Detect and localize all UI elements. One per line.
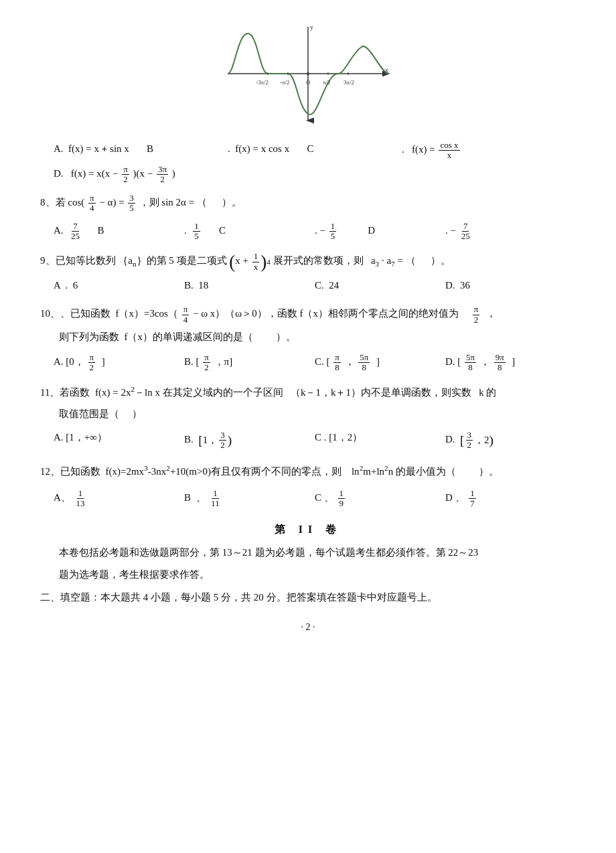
q12-text: 12、已知函数 f(x)=2mx3-3nx2+10(m>0)有且仅有两个不同的零…	[40, 462, 576, 481]
q9-text: 9、已知等比数列 ｛an｝的第 5 项是二项式 ( x + 1 x ) 4 展开…	[40, 252, 576, 272]
option-10a: A. [0， π 2 ]	[54, 352, 184, 374]
section2-title: 第 II 卷	[40, 520, 576, 538]
option-12d: D 、 1 7	[445, 487, 576, 510]
option-9a: A . 6	[54, 276, 184, 296]
question-12: 12、已知函数 f(x)=2mx3-3nx2+10(m>0)有且仅有两个不同的零…	[40, 462, 576, 510]
option-12a: A、 1 13	[54, 487, 184, 510]
option-9d: D. 36	[445, 276, 576, 296]
q11-text2: 取值范围是（ ）	[59, 406, 576, 423]
q10-text2: 则下列为函数 f（x）的单调递减区间的是（ ）。	[59, 329, 576, 346]
q8-text: 8、若 cos( π 4 − α) = 3 5 ，则 sin 2α = （ ）。	[40, 193, 576, 214]
option-10d: D. [ 5π 8 ， 9π 8 ]	[445, 352, 576, 374]
question-8: 8、若 cos( π 4 − α) = 3 5 ，则 sin 2α = （ ）。…	[40, 193, 576, 242]
svg-text:x: x	[385, 66, 388, 74]
svg-text:O: O	[306, 79, 311, 86]
svg-text:-3π/2: -3π/2	[256, 79, 268, 86]
q11-text: 11、若函数 f(x) = 2x2－ln x 在其定义域内的一个子区间 （k－1…	[40, 383, 576, 402]
fill-in-blank-title: 二、填空题：本大题共 4 小题，每小题 5 分，共 20 分。把答案填在答题卡中…	[40, 589, 576, 607]
question-9: 9、已知等比数列 ｛an｝的第 5 项是二项式 ( x + 1 x ) 4 展开…	[40, 252, 576, 295]
svg-point-13	[307, 72, 309, 75]
option-10b: B. [ π 2 ，π]	[184, 352, 315, 374]
option-11c: C . [1，2）	[315, 428, 445, 453]
q10-text: 10、、已知函数 f（x）=3cos（ π 4 − ω x）（ω＞0），函数 f…	[40, 305, 576, 325]
option-11d: D. [ 3 2 ，2 )	[445, 428, 576, 453]
page-number: · 2 ·	[40, 619, 576, 635]
option-7a: A. f(x) = x + sin x B	[54, 139, 228, 162]
option-11a: A. [1，+∞）	[54, 428, 184, 453]
question-11: 11、若函数 f(x) = 2x2－ln x 在其定义域内的一个子区间 （k－1…	[40, 383, 576, 453]
option-8a: A. 7 25 B	[54, 220, 184, 243]
graph-container: -3π/2 -π/2 O π/2 3π/2 x y	[40, 20, 576, 127]
section2-desc2: 题为选考题，考生根据要求作答。	[59, 566, 576, 584]
svg-text:y: y	[310, 23, 313, 31]
option-8d: . − 7 25	[445, 220, 576, 243]
option-7d-label: D.	[54, 168, 64, 179]
option-12b: B 、 1 11	[184, 487, 315, 510]
option-9b: B. 18	[184, 276, 315, 296]
option-8b: . 1 5 C	[184, 220, 315, 243]
svg-text:3π/2: 3π/2	[343, 79, 354, 86]
section2-desc1: 本卷包括必考题和选做题两部分，第 13～21 题为必考题，每个试题考生都必须作答…	[59, 544, 576, 562]
option-7b: . f(x) = x cos x C	[228, 139, 402, 162]
option-11b: B. [ 1， 3 2 )	[184, 428, 315, 453]
option-10c: C. [ π 8 ， 5π 8 ]	[315, 352, 445, 374]
question-10: 10、、已知函数 f（x）=3cos（ π 4 − ω x）（ω＞0），函数 f…	[40, 305, 576, 374]
svg-text:π/2: π/2	[323, 79, 331, 86]
option-12c: C 、 1 9	[315, 487, 445, 510]
svg-text:-π/2: -π/2	[280, 79, 290, 86]
option-9c: C. 24	[315, 276, 445, 296]
question-7-options: A. f(x) = x + sin x B . f(x) = x cos x C…	[40, 139, 576, 184]
option-7c: . f(x) = cos x x	[402, 139, 576, 162]
option-8c: . − 1 5 D	[315, 220, 445, 243]
